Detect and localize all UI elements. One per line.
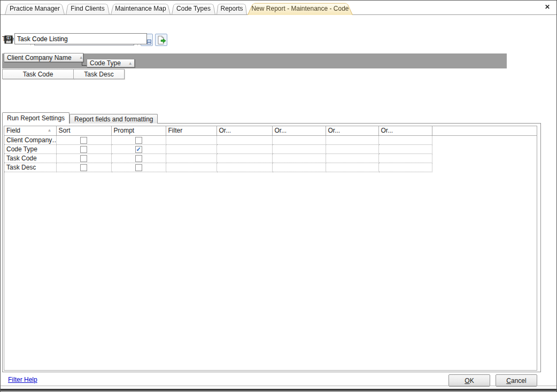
- or-cell[interactable]: [378, 135, 432, 144]
- sort-asc-icon: ▲: [121, 61, 133, 66]
- filter-cell[interactable]: [166, 144, 216, 153]
- grid-header-filter[interactable]: Filter: [166, 126, 216, 135]
- tab-find-clients[interactable]: Find Clients: [66, 3, 110, 14]
- or-cell[interactable]: [326, 135, 378, 144]
- sort-asc-icon: ▲: [48, 128, 52, 133]
- grid-header-row: Field▲ Sort Prompt Filter Or... Or... Or…: [4, 126, 537, 135]
- sort-checkbox[interactable]: ✓: [80, 155, 87, 162]
- grid-header-or-3[interactable]: Or...: [326, 126, 378, 135]
- export-report-button[interactable]: [155, 34, 167, 46]
- check-icon: ✓: [136, 147, 141, 152]
- column-header-task-code[interactable]: Task Code: [2, 69, 74, 79]
- tab-label: New Report - Maintenance - Code: [247, 2, 353, 15]
- report-designer-window: Practice Manager Find Clients Maintenanc…: [0, 0, 557, 392]
- or-cell[interactable]: [272, 135, 326, 144]
- prompt-checkbox[interactable]: ✓: [135, 137, 142, 144]
- filter-cell[interactable]: [166, 153, 216, 163]
- or-cell[interactable]: [326, 153, 378, 163]
- prompt-cell: ✓: [111, 144, 166, 153]
- group-field-label: Client Company Name: [7, 54, 72, 62]
- main-tabstrip: Practice Manager Find Clients Maintenanc…: [1, 1, 556, 15]
- column-header-task-desc[interactable]: Task Desc: [73, 69, 125, 79]
- tab-label: Find Clients: [66, 3, 110, 14]
- filter-cell[interactable]: [166, 163, 216, 172]
- or-cell[interactable]: [326, 163, 378, 172]
- prompt-cell: ✓: [111, 163, 166, 172]
- tab-new-report-maintenance-code[interactable]: New Report - Maintenance - Code: [247, 2, 353, 15]
- grid-header-sort[interactable]: Sort: [56, 126, 111, 135]
- group-field-client-company-name[interactable]: Client Company Name ▲: [4, 53, 83, 62]
- filter-help-link[interactable]: Filter Help: [8, 376, 37, 383]
- window-bottom-line: [1, 386, 556, 386]
- group-field-code-type[interactable]: Code Type ▲: [87, 59, 135, 67]
- grid-row-client-company: Client Company… ✓ ✓: [4, 135, 537, 144]
- tab-code-types[interactable]: Code Types: [172, 3, 215, 14]
- or-cell[interactable]: [272, 144, 326, 153]
- field-cell: Code Type: [4, 144, 56, 153]
- tab-label: Maintenance Map: [111, 3, 171, 14]
- or-cell[interactable]: [216, 153, 272, 163]
- title-label: Title: [2, 35, 14, 43]
- grid-header-or-1[interactable]: Or...: [216, 126, 272, 135]
- close-icon[interactable]: ✕: [543, 3, 552, 11]
- grouping-band: Client Company Name ▲ Code Type ▲: [2, 53, 507, 68]
- grid-header-or-2[interactable]: Or...: [272, 126, 326, 135]
- settings-tabstrip: Run Report Settings Report fields and fo…: [2, 112, 158, 124]
- grid-header-or-4[interactable]: Or...: [378, 126, 432, 135]
- or-cell[interactable]: [378, 163, 432, 172]
- tab-practice-manager[interactable]: Practice Manager: [5, 3, 65, 14]
- tab-maintenance-map[interactable]: Maintenance Map: [111, 3, 171, 14]
- prompt-checkbox[interactable]: ✓: [135, 146, 142, 153]
- or-cell[interactable]: [378, 144, 432, 153]
- tab-report-fields-and-formatting[interactable]: Report fields and formatting: [69, 114, 158, 124]
- report-settings-grid: Field▲ Sort Prompt Filter Or... Or... Or…: [4, 126, 537, 371]
- field-cell: Client Company…: [4, 135, 56, 144]
- grid-row-task-desc: Task Desc ✓ ✓: [4, 163, 537, 172]
- field-cell: Task Code: [4, 153, 56, 163]
- or-cell[interactable]: [216, 144, 272, 153]
- or-cell[interactable]: [378, 153, 432, 163]
- prompt-checkbox[interactable]: ✓: [135, 164, 142, 171]
- title-input[interactable]: [14, 33, 147, 44]
- or-cell[interactable]: [326, 144, 378, 153]
- grid-header-field[interactable]: Field▲: [4, 126, 56, 135]
- sort-cell: ✓: [56, 163, 111, 172]
- field-cell: Task Desc: [4, 163, 56, 172]
- sort-checkbox[interactable]: ✓: [80, 146, 87, 153]
- prompt-cell: ✓: [111, 135, 166, 144]
- prompt-cell: ✓: [111, 153, 166, 163]
- sort-cell: ✓: [56, 144, 111, 153]
- grid-row-code-type: Code Type ✓ ✓: [4, 144, 537, 153]
- tab-run-report-settings[interactable]: Run Report Settings: [2, 112, 69, 124]
- or-cell[interactable]: [216, 135, 272, 144]
- grid-header-prompt[interactable]: Prompt: [111, 126, 166, 135]
- report-toolbar: MYOB-Portrait ▼: [1, 17, 556, 31]
- tab-label: Practice Manager: [5, 3, 65, 14]
- group-field-label: Code Type: [90, 59, 121, 67]
- cancel-button[interactable]: Cancel: [496, 374, 537, 387]
- sort-asc-icon: ▲: [72, 55, 83, 60]
- prompt-checkbox[interactable]: ✓: [135, 155, 142, 162]
- or-cell[interactable]: [272, 163, 326, 172]
- tab-reports[interactable]: Reports: [216, 3, 247, 14]
- tab-label: Code Types: [172, 3, 215, 14]
- group-connector-line: [82, 62, 87, 66]
- sort-cell: ✓: [56, 153, 111, 163]
- ok-button[interactable]: OK: [448, 374, 490, 387]
- sort-cell: ✓: [56, 135, 111, 144]
- export-report-icon: [157, 35, 166, 45]
- or-cell[interactable]: [272, 153, 326, 163]
- or-cell[interactable]: [216, 163, 272, 172]
- filter-cell[interactable]: [166, 135, 216, 144]
- grid-header-filler: [432, 126, 537, 135]
- sort-checkbox[interactable]: ✓: [80, 164, 87, 171]
- tab-label: Reports: [216, 3, 247, 14]
- window-bottom-bar: [1, 389, 556, 391]
- grid-row-task-code: Task Code ✓ ✓: [4, 153, 537, 163]
- sort-checkbox[interactable]: ✓: [80, 137, 87, 144]
